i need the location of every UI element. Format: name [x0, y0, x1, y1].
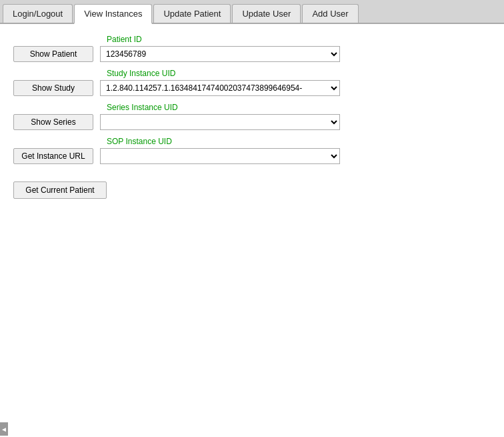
patient-id-select[interactable]: 123456789 [100, 46, 340, 62]
show-patient-button[interactable]: Show Patient [13, 46, 93, 62]
main-content: Patient ID Show Patient 123456789 Study … [0, 24, 504, 437]
series-uid-row: Show Series [13, 114, 491, 130]
series-instance-uid-group: Series Instance UID Show Series [13, 103, 491, 130]
tab-update-user[interactable]: Update User [232, 4, 301, 23]
tab-add-user[interactable]: Add User [302, 4, 358, 23]
sop-instance-uid-select[interactable] [100, 148, 340, 164]
patient-id-row: Show Patient 123456789 [13, 46, 491, 62]
series-instance-uid-select[interactable] [100, 114, 340, 130]
bottom-indicator: ◄ [0, 422, 8, 436]
study-instance-uid-select[interactable]: 1.2.840.114257.1.16348417474002037473899… [100, 80, 340, 96]
show-study-button[interactable]: Show Study [13, 80, 93, 96]
sop-instance-uid-label: SOP Instance UID [107, 137, 491, 146]
study-uid-row: Show Study 1.2.840.114257.1.163484174740… [13, 80, 491, 96]
series-instance-uid-label: Series Instance UID [107, 103, 491, 112]
tab-view-instances[interactable]: View Instances [74, 4, 152, 24]
tab-login-logout[interactable]: Login/Logout [3, 4, 73, 23]
get-current-patient-button[interactable]: Get Current Patient [13, 181, 107, 199]
sop-uid-row: Get Instance URL [13, 148, 491, 164]
form-section: Patient ID Show Patient 123456789 Study … [13, 35, 491, 199]
study-instance-uid-group: Study Instance UID Show Study 1.2.840.11… [13, 69, 491, 96]
get-instance-url-button[interactable]: Get Instance URL [13, 148, 93, 164]
get-current-patient-container: Get Current Patient [13, 171, 491, 199]
study-instance-uid-label: Study Instance UID [107, 69, 491, 78]
show-series-button[interactable]: Show Series [13, 114, 93, 130]
sop-instance-uid-group: SOP Instance UID Get Instance URL [13, 137, 491, 164]
patient-id-label: Patient ID [107, 35, 491, 44]
patient-id-group: Patient ID Show Patient 123456789 [13, 35, 491, 62]
tab-update-patient[interactable]: Update Patient [153, 4, 231, 23]
tab-bar: Login/Logout View Instances Update Patie… [0, 0, 504, 24]
